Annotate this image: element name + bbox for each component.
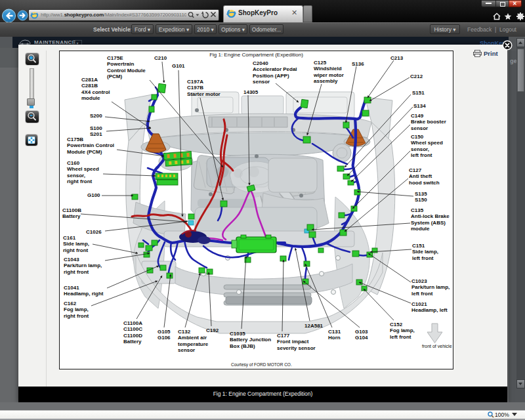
svg-text:S134: S134 xyxy=(413,103,426,109)
svg-text:Ambient air: Ambient air xyxy=(178,335,207,341)
svg-text:Control Module: Control Module xyxy=(107,68,146,74)
svg-text:right front: right front xyxy=(63,247,89,253)
svg-text:12A581: 12A581 xyxy=(304,323,324,329)
svg-text:sensor: sensor xyxy=(178,347,195,353)
svg-text:Park/turn lamp,: Park/turn lamp, xyxy=(64,262,102,268)
svg-text:C175E: C175E xyxy=(107,55,123,61)
svg-text:C1023: C1023 xyxy=(411,278,427,284)
svg-text:C213: C213 xyxy=(390,55,404,61)
svg-text:hood switch: hood switch xyxy=(409,180,440,186)
svg-text:left front: left front xyxy=(390,334,411,340)
svg-text:Headlamp, left: Headlamp, left xyxy=(411,307,448,313)
svg-text:Battery: Battery xyxy=(123,339,142,345)
svg-text:Anti-lock Brake: Anti-lock Brake xyxy=(411,213,450,219)
svg-text:Park/turn lamp,: Park/turn lamp, xyxy=(411,284,450,290)
svg-text:C281A: C281A xyxy=(81,77,98,83)
svg-text:C197A: C197A xyxy=(187,79,203,85)
svg-text:Brake booster: Brake booster xyxy=(411,119,446,125)
svg-text:S135: S135 xyxy=(415,191,427,197)
svg-text:C127: C127 xyxy=(409,167,422,173)
svg-text:Powertrain: Powertrain xyxy=(107,61,134,67)
svg-text:C1043: C1043 xyxy=(64,257,79,262)
svg-text:S100: S100 xyxy=(90,125,102,131)
svg-text:C192: C192 xyxy=(206,327,219,333)
svg-text:System (ABS): System (ABS) xyxy=(411,220,446,226)
svg-text:C151: C151 xyxy=(412,243,425,249)
svg-text:C1041: C1041 xyxy=(64,285,79,291)
svg-text:4X4 control: 4X4 control xyxy=(81,89,110,95)
svg-text:C161: C161 xyxy=(63,235,76,241)
svg-text:sensor,: sensor, xyxy=(411,146,429,152)
svg-text:front of vehicle: front of vehicle xyxy=(422,344,452,348)
svg-text:Wheel speed: Wheel speed xyxy=(411,140,443,146)
svg-text:G100: G100 xyxy=(87,192,100,198)
svg-text:sensor: sensor xyxy=(253,79,270,85)
svg-text:(PCM): (PCM) xyxy=(107,74,122,79)
svg-text:C1026: C1026 xyxy=(86,229,102,235)
svg-text:C1100A: C1100A xyxy=(123,320,142,326)
svg-text:left front: left front xyxy=(411,291,433,297)
svg-text:G101: G101 xyxy=(172,63,185,69)
svg-text:Headlamp, right: Headlamp, right xyxy=(64,291,104,297)
svg-text:module: module xyxy=(411,226,430,232)
svg-text:left front: left front xyxy=(411,152,432,158)
svg-text:C1035: C1035 xyxy=(230,331,245,337)
svg-text:C125: C125 xyxy=(314,60,327,66)
svg-text:Side lamp,: Side lamp, xyxy=(63,241,89,247)
svg-text:Fog lamp,: Fog lamp, xyxy=(390,327,415,333)
svg-text:Side lamp,: Side lamp, xyxy=(412,249,438,255)
svg-text:C281B: C281B xyxy=(81,83,98,89)
svg-text:temperature: temperature xyxy=(178,341,209,347)
svg-text:severity sensor: severity sensor xyxy=(277,345,316,351)
svg-text:C149: C149 xyxy=(411,113,424,119)
svg-text:C135: C135 xyxy=(411,207,424,213)
svg-text:Horn: Horn xyxy=(328,335,341,341)
svg-text:C152: C152 xyxy=(390,322,403,327)
svg-text:S136: S136 xyxy=(352,61,364,67)
svg-text:S151: S151 xyxy=(412,90,425,96)
svg-text:Starter motor: Starter motor xyxy=(187,91,220,97)
svg-text:right front: right front xyxy=(67,178,93,184)
svg-text:G105: G105 xyxy=(158,329,171,335)
svg-text:Accelerator Pedal: Accelerator Pedal xyxy=(253,66,297,72)
svg-text:Battery: Battery xyxy=(62,213,81,219)
svg-text:G104: G104 xyxy=(355,335,368,341)
svg-text:G106: G106 xyxy=(158,335,171,341)
svg-text:left front: left front xyxy=(412,255,434,261)
svg-text:Battery Junction: Battery Junction xyxy=(230,337,271,343)
svg-text:G103: G103 xyxy=(355,329,368,335)
svg-text:C2040: C2040 xyxy=(253,60,268,66)
svg-text:assembly: assembly xyxy=(314,78,338,84)
svg-text:C175B: C175B xyxy=(67,136,83,142)
svg-text:C150: C150 xyxy=(411,134,424,140)
svg-text:Anti theft: Anti theft xyxy=(409,173,432,179)
svg-text:C177: C177 xyxy=(277,333,290,339)
svg-text:Front impact: Front impact xyxy=(277,339,309,345)
svg-text:right front: right front xyxy=(64,313,89,319)
svg-text:module: module xyxy=(81,95,100,101)
svg-text:C1100D: C1100D xyxy=(123,333,142,339)
svg-text:sensor,: sensor, xyxy=(67,173,85,178)
svg-text:C131: C131 xyxy=(328,329,341,335)
svg-text:Fog lamp,: Fog lamp, xyxy=(64,306,89,312)
svg-text:Windshield: Windshield xyxy=(314,66,342,72)
svg-text:C210: C210 xyxy=(154,55,167,61)
svg-text:Module (PCM): Module (PCM) xyxy=(67,149,102,155)
svg-text:C212: C212 xyxy=(410,74,423,79)
svg-text:C132: C132 xyxy=(178,329,191,335)
svg-text:Powertrain Control: Powertrain Control xyxy=(67,142,114,148)
svg-text:Box (BJB): Box (BJB) xyxy=(230,343,255,349)
svg-text:S200: S200 xyxy=(90,113,102,119)
svg-text:14305: 14305 xyxy=(243,89,259,95)
svg-text:wiper motor: wiper motor xyxy=(313,72,344,78)
svg-text:Position (APP): Position (APP) xyxy=(253,73,289,79)
svg-text:C197B: C197B xyxy=(187,85,203,91)
svg-text:C162: C162 xyxy=(64,301,77,306)
svg-text:Courtesy of FORD MOTOR CO.: Courtesy of FORD MOTOR CO. xyxy=(231,362,292,368)
svg-text:C160: C160 xyxy=(67,160,80,166)
svg-text:S150: S150 xyxy=(415,197,427,203)
svg-text:C1021: C1021 xyxy=(411,301,427,307)
svg-text:right front: right front xyxy=(64,269,89,275)
svg-text:S201: S201 xyxy=(90,131,102,137)
svg-text:C1100C: C1100C xyxy=(123,326,142,332)
